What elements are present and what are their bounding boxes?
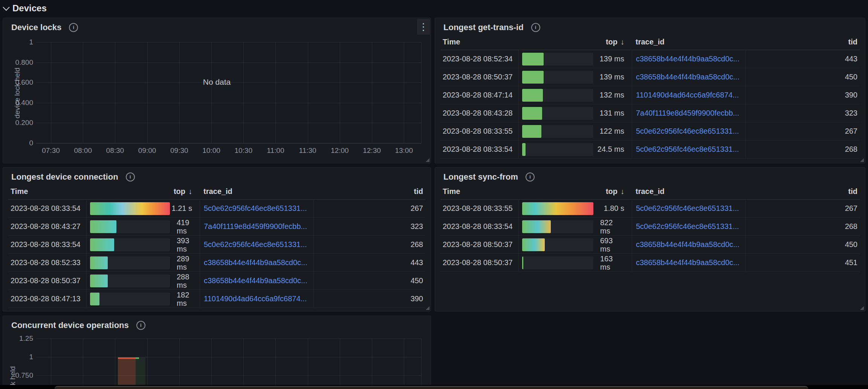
table-row: 2023-08-28 08:50:37288 msc38658b44e4f44b… [8,272,425,290]
panel-title-get-trans-id[interactable]: Longest get-trans-id [443,23,524,32]
gauge-cell: 139 ms [518,68,632,86]
column-header-trace-id[interactable]: trace_id [632,187,746,196]
table-row: 2023-08-28 08:43:27419 ms7a40f1119e8d459… [8,218,425,236]
gauge-cell: 163 ms [518,254,632,272]
tid-cell: 450 [746,68,860,86]
trace-id-link[interactable]: 7a40f1119e8d459f9900fecbb... [204,222,307,231]
column-header-tid[interactable]: tid [746,38,860,46]
panel-resize-handle[interactable] [860,306,864,310]
column-header-trace-id[interactable]: trace_id [200,187,313,196]
trace-id-link[interactable]: c38658b44e4f44b9aa58cd0c... [636,73,740,81]
x-axis-tick-label: 11:00 [258,146,292,155]
trace-cell: 1101490d4ad64cc6a9fc6874... [200,290,313,308]
panel-device-locks: Device locks i ⋮ 10.8000.6000.4000.20000… [3,18,431,163]
column-header-top[interactable]: top ↓ [518,187,632,196]
trace-id-link[interactable]: c38658b44e4f44b9aa58cd0c... [636,240,740,249]
trace-id-link[interactable]: 7a40f1119e8d459f9900fecbb... [636,109,739,117]
time-cell: 2023-08-28 08:47:13 [8,290,86,308]
time-cell: 2023-08-28 08:33:55 [440,122,518,140]
y-axis-label: device lock held [13,59,21,127]
info-icon[interactable]: i [526,172,535,182]
bar-chart: 1.2510.750 [3,316,431,385]
time-cell: 2023-08-28 08:52:34 [440,50,518,68]
gauge-cell: 1.80 s [518,200,632,217]
column-header-top[interactable]: top ↓ [86,187,200,196]
gridline-h [36,375,421,376]
gauge-bar [90,202,170,215]
x-axis-tick-label: 12:30 [355,146,389,155]
column-header-time[interactable]: Time [440,38,518,46]
column-header-top-label: top [606,187,617,196]
trace-id-link[interactable]: 5c0e62c956fc46ec8e651331... [204,240,307,249]
column-header-tid[interactable]: tid [746,187,860,196]
gauge-bar [90,275,108,287]
gridline-v [421,42,422,143]
trace-id-link[interactable]: c38658b44e4f44b9aa58cd0c... [204,276,307,285]
column-header-time[interactable]: Time [440,187,518,196]
gauge-cell: 122 ms [518,122,632,140]
trace-id-link[interactable]: 5c0e62c956fc46ec8e651331... [636,204,739,213]
table-row: 2023-08-28 08:47:14132 ms1101490d4ad64cc… [440,86,860,104]
trace-cell: 5c0e62c956fc46ec8e651331... [200,200,313,217]
gridline-v [275,42,276,143]
gauge-cell: 393 ms [86,236,200,253]
trace-id-link[interactable]: 5c0e62c956fc46ec8e651331... [636,127,739,136]
info-icon[interactable]: i [126,172,135,182]
gauge-bar [522,89,543,102]
gridline-v [308,42,308,143]
time-cell: 2023-08-28 08:50:37 [8,272,86,290]
trace-id-link[interactable]: c38658b44e4f44b9aa58cd0c... [636,55,740,63]
column-header-trace-id[interactable]: trace_id [632,38,746,46]
time-cell: 2023-08-28 08:47:14 [440,86,518,104]
gauge-value: 163 ms [593,255,632,271]
gauge-track [90,293,170,305]
column-header-top[interactable]: top ↓ [518,38,632,46]
gauge-track [522,107,593,120]
gridline-v [404,42,404,143]
panel-resize-handle[interactable] [426,306,429,310]
trace-id-link[interactable]: 1101490d4ad64cc6a9fc6874... [204,294,307,303]
time-cell: 2023-08-28 08:50:37 [440,254,518,272]
gauge-bar [522,125,541,138]
trace-id-link[interactable]: 5c0e62c956fc46ec8e651331... [636,222,739,231]
gauge-bar [522,107,542,120]
panel-title-device-connection[interactable]: Longest device connection [11,172,118,182]
table-row: 2023-08-28 08:33:551.80 s5c0e62c956fc46e… [440,200,860,218]
column-header-time[interactable]: Time [8,187,86,196]
sort-desc-icon: ↓ [188,187,192,196]
tid-cell: 323 [313,218,425,235]
trace-id-link[interactable]: 5c0e62c956fc46ec8e651331... [636,145,739,154]
gauge-value: 289 ms [170,255,200,271]
table-header: Time top ↓ trace_id tid [440,34,860,50]
panel-resize-handle[interactable] [860,158,864,162]
panel-resize-handle[interactable] [426,158,429,162]
tid-cell: 323 [746,104,860,122]
gauge-cell: 288 ms [86,272,200,290]
trace-id-link[interactable]: 5c0e62c956fc46ec8e651331... [204,204,307,213]
trace-id-link[interactable]: 1101490d4ad64cc6a9fc6874... [636,91,739,99]
table-row: 2023-08-28 08:33:55122 ms5c0e62c956fc46e… [440,122,860,140]
column-header-tid[interactable]: tid [313,187,425,196]
trace-id-link[interactable]: c38658b44e4f44b9aa58cd0c... [636,258,740,267]
section-header-devices[interactable]: Devices [4,0,47,17]
gauge-cell: 139 ms [518,50,632,68]
time-cell: 2023-08-28 08:43:27 [8,218,86,235]
gauge-track [90,220,170,233]
trace-cell: c38658b44e4f44b9aa58cd0c... [632,254,746,272]
bottom-window-edge [55,386,808,389]
tid-cell: 450 [746,236,860,253]
trace-id-link[interactable]: c38658b44e4f44b9aa58cd0c... [204,258,307,267]
gauge-value: 131 ms [593,109,632,117]
tid-cell: 268 [746,140,860,158]
panel-title-sync-from[interactable]: Longest sync-from [443,172,518,182]
gauge-track [522,238,593,251]
gauge-value: 24.5 ms [593,145,632,154]
info-icon[interactable]: i [531,23,540,32]
trace-cell: 7a40f1119e8d459f9900fecbb... [632,104,746,122]
gauge-cell: 1.21 s [86,200,200,217]
table-row: 2023-08-28 08:52:33289 msc38658b44e4f44b… [8,254,425,272]
time-cell: 2023-08-28 08:33:54 [8,236,86,253]
y-axis-tick-label: 1 [3,38,33,46]
time-cell: 2023-08-28 08:43:28 [440,104,518,122]
gridline-v [404,339,404,385]
